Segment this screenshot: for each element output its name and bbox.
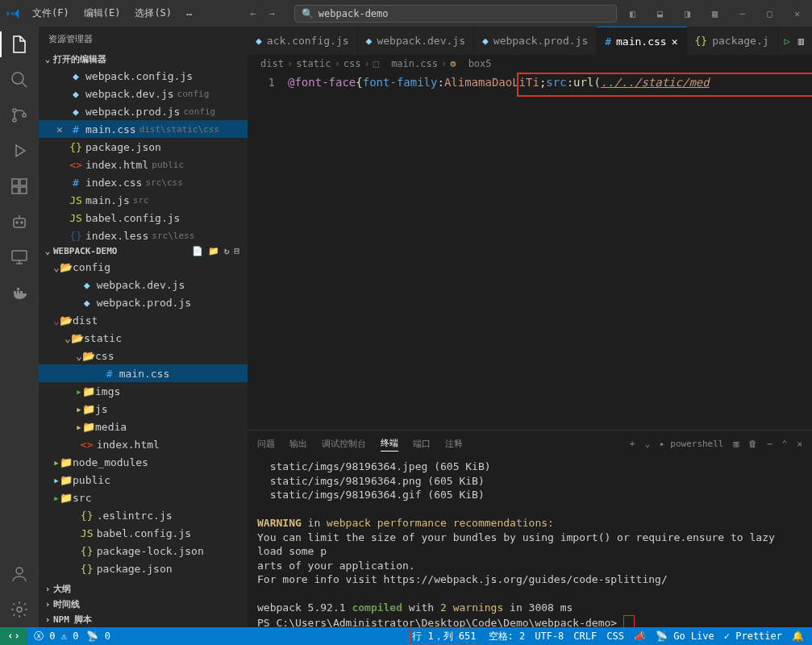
tree-item[interactable]: JSbabel.config.js (39, 524, 248, 542)
timeline-header[interactable]: ›时间线 (39, 597, 248, 612)
status-language[interactable]: CSS (606, 630, 624, 642)
new-file-icon[interactable]: 📄 (192, 246, 203, 256)
tree-item[interactable]: ▸📁media (39, 418, 248, 435)
editor-tab[interactable]: {}package.j (687, 27, 778, 55)
menu-edit[interactable]: 编辑(E) (77, 3, 127, 23)
nav-back[interactable]: ← (247, 6, 259, 21)
tree-item[interactable]: ▸📁public (39, 471, 248, 489)
trash-icon[interactable]: 🗑 (748, 439, 757, 449)
status-position[interactable]: 行 1，列 651 (410, 629, 478, 644)
tree-item[interactable]: ⌄📂dist (39, 311, 248, 329)
open-editor-item[interactable]: ✕#main.cssdist\static\css (39, 120, 248, 138)
status-feedback[interactable]: 📣 (634, 630, 646, 642)
close-panel-icon[interactable]: ✕ (797, 439, 802, 449)
code-editor[interactable]: 1 @font-face{font-family:AlimamaDaoLiTi;… (248, 73, 812, 430)
nav-forward[interactable]: → (266, 6, 278, 21)
toggle-panel-icon[interactable]: ⬓ (657, 8, 668, 19)
breadcrumb[interactable]: dist› static› css› ⬚ main.css› ⚙ box5 (248, 55, 812, 73)
collapse-icon[interactable]: ⊟ (234, 246, 239, 256)
settings-icon[interactable] (10, 600, 29, 619)
more-icon[interactable]: ⋯ (767, 439, 772, 449)
open-editor-item[interactable]: #index.csssrc\css (39, 173, 248, 191)
remote-icon[interactable] (10, 248, 29, 267)
tree-item[interactable]: ▸📁imgs (39, 382, 248, 400)
editor-tab[interactable]: ◆webpack.dev.js (358, 27, 474, 55)
terminal-shell[interactable]: ▸ powershell (660, 439, 723, 449)
tab-ports[interactable]: 端口 (413, 436, 431, 452)
tree-item[interactable]: {}package.json (39, 560, 248, 577)
tree-item[interactable]: ▸📁js (39, 400, 248, 418)
editor-tab[interactable]: #main.css✕ (597, 27, 686, 55)
tree-item[interactable]: {}package-lock.json (39, 542, 248, 560)
close-tab-icon[interactable]: ✕ (672, 35, 678, 48)
status-spaces[interactable]: 空格: 2 (489, 630, 526, 643)
status-encoding[interactable]: UTF-8 (535, 630, 564, 642)
toggle-sidebar-icon[interactable]: ◧ (630, 8, 641, 19)
refresh-icon[interactable]: ↻ (224, 246, 230, 256)
open-editor-item[interactable]: JSbabel.config.js (39, 209, 248, 227)
status-golive[interactable]: 📡 Go Live (656, 630, 714, 642)
open-editor-item[interactable]: JSmain.jssrc (39, 191, 248, 209)
tree-item[interactable]: ◆webpack.prod.js (39, 293, 248, 311)
extensions-icon[interactable] (10, 177, 29, 196)
menu-more[interactable]: … (180, 3, 198, 23)
layout-icon[interactable]: ▦ (712, 8, 723, 19)
open-editor-item[interactable]: <>index.htmlpublic (39, 156, 248, 173)
tree-item[interactable]: <>index.html (39, 435, 248, 453)
tab-terminal[interactable]: 终端 (381, 435, 398, 452)
status-eol[interactable]: CRLF (573, 630, 597, 642)
open-editor-item[interactable]: ◆webpack.config.js (39, 67, 248, 85)
new-terminal-icon[interactable]: + (630, 439, 635, 449)
scm-icon[interactable] (10, 106, 29, 125)
project-header[interactable]: ⌄WEBPACK-DEMO 📄 📁 ↻ ⊟ (39, 244, 248, 258)
tree-item[interactable]: ▸📁node_modules (39, 453, 248, 471)
terminal-output[interactable]: static/imgs/98196364.jpeg (605 KiB) stat… (248, 456, 812, 627)
tree-item[interactable]: ▸📁src (39, 489, 248, 506)
status-bell[interactable]: 🔔 (792, 630, 804, 642)
close-icon[interactable]: ✕ (794, 8, 806, 19)
debug-icon[interactable] (10, 141, 29, 160)
toggle-secondary-icon[interactable]: ◨ (685, 8, 696, 19)
tab-output[interactable]: 输出 (289, 436, 307, 452)
close-icon[interactable]: ✕ (56, 123, 66, 135)
open-editor-item[interactable]: ◆webpack.prod.jsconfig (39, 102, 248, 120)
command-center[interactable]: 🔍 webpack-demo (294, 5, 617, 23)
search-icon[interactable] (10, 70, 29, 89)
tree-item[interactable]: #main.css (39, 364, 248, 382)
run-icon[interactable]: ▷ (785, 35, 790, 47)
svg-rect-7 (20, 187, 27, 194)
robot-icon[interactable] (10, 212, 29, 231)
tree-item[interactable]: ⌄📂static (39, 329, 248, 347)
tree-item[interactable]: ⌄📂css (39, 347, 248, 364)
editor-tab[interactable]: ◆ack.config.js (248, 27, 358, 55)
maximize-icon[interactable]: ▢ (767, 8, 778, 19)
open-editor-item[interactable]: {}package.json (39, 138, 248, 156)
docker-icon[interactable] (10, 283, 29, 302)
split-terminal-icon[interactable]: ▥ (734, 439, 739, 449)
menu-file[interactable]: 文件(F) (26, 3, 76, 23)
split-editor-icon[interactable]: ▥ (798, 35, 804, 47)
open-editor-item[interactable]: ◆webpack.dev.jsconfig (39, 85, 248, 102)
tab-debug[interactable]: 调试控制台 (322, 436, 366, 452)
status-prettier[interactable]: ✓ Prettier (724, 630, 782, 642)
status-errors[interactable]: ⓧ 0 ⚠ 0 (34, 630, 78, 643)
tree-item[interactable]: ⌄📂config (39, 258, 248, 276)
open-editor-item[interactable]: {}index.lesssrc\less (39, 227, 248, 244)
tree-item[interactable]: {}.eslintrc.js (39, 506, 248, 524)
status-port[interactable]: 📡 0 (86, 630, 110, 642)
explorer-icon[interactable] (10, 35, 29, 54)
minimize-icon[interactable]: — (739, 8, 751, 19)
npm-header[interactable]: ›NPM 脚本 (39, 612, 248, 627)
outline-header[interactable]: ›大纲 (39, 581, 248, 597)
menu-select[interactable]: 选择(S) (128, 3, 178, 23)
terminal-dropdown-icon[interactable]: ⌄ (644, 439, 650, 449)
tab-problems[interactable]: 问题 (257, 436, 275, 452)
new-folder-icon[interactable]: 📁 (208, 246, 219, 256)
account-icon[interactable] (10, 564, 29, 584)
tree-item[interactable]: ◆webpack.dev.js (39, 276, 248, 293)
maximize-panel-icon[interactable]: ⌃ (782, 439, 788, 449)
open-editors-header[interactable]: ⌄打开的编辑器 (39, 52, 248, 67)
remote-button[interactable] (0, 627, 27, 645)
tab-comments[interactable]: 注释 (445, 436, 463, 452)
editor-tab[interactable]: ◆webpack.prod.js (474, 27, 597, 55)
